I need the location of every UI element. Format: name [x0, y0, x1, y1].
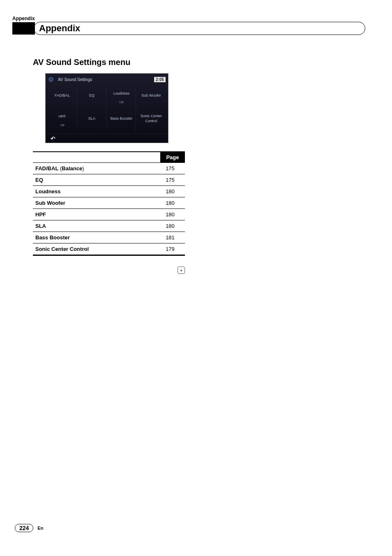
screenshot-title: AV Sound Settings: [58, 77, 154, 82]
cell-label: Loudness: [113, 91, 129, 96]
table-item: Bass Booster: [35, 234, 158, 241]
item-bold: Bass Booster: [35, 234, 70, 241]
cell-label: FAD/BAL: [55, 93, 70, 98]
table-header-page: Page: [160, 152, 185, 162]
page-number: 224: [15, 524, 33, 532]
page-title: Appendix: [39, 23, 80, 33]
screenshot-cell: EQ: [78, 87, 106, 109]
table-page: 180: [158, 200, 182, 206]
table-header-empty: [33, 152, 160, 162]
table-page: 175: [158, 177, 182, 183]
cell-label: EQ: [89, 93, 95, 98]
item-bold: Loudness: [35, 188, 60, 195]
item-bold: SLA: [35, 223, 46, 229]
gear-icon: [48, 76, 55, 83]
table-page: 175: [158, 165, 182, 171]
item-bold: Sub Woofer: [35, 200, 65, 206]
item-bold: HPF: [35, 211, 46, 218]
table-item: Sonic Center Control: [35, 246, 158, 252]
screenshot-cell: SLA: [78, 110, 106, 132]
table-header-row: Page: [33, 151, 185, 163]
settings-screenshot: AV Sound Settings 2:05 FAD/BAL EQ Loudne…: [45, 73, 168, 143]
section-heading-suffix: menu: [108, 58, 130, 67]
table-row: FAD/BAL (Balance) 175: [33, 163, 185, 174]
table-item: FAD/BAL (Balance): [35, 165, 158, 171]
chapter-tab: [12, 22, 35, 35]
language-code: En: [37, 526, 43, 531]
table-row: SLA 180: [33, 220, 185, 232]
screenshot-cell: FAD/BAL: [48, 87, 77, 109]
table-page: 180: [158, 211, 182, 218]
table-row: Sub Woofer 180: [33, 197, 185, 209]
cell-label: HPF: [59, 114, 66, 119]
item-bold: Sonic Center Control: [35, 246, 89, 252]
item-bold: FAD/BAL: [35, 165, 58, 171]
cell-label: SLA: [88, 116, 95, 121]
screenshot-cell: Loudness Off: [107, 87, 136, 109]
title-container: Appendix: [34, 22, 365, 35]
section-heading-prefix: AV Sound Settings: [33, 58, 108, 67]
table-page: 180: [158, 223, 182, 229]
table-row: Sonic Center Control 179: [33, 243, 185, 255]
table-page: 179: [158, 246, 182, 252]
table-page: 181: [158, 234, 182, 241]
item-bold: EQ: [35, 177, 43, 183]
cell-label: Sub Woofer: [141, 93, 161, 98]
screenshot-cell: HPF Off: [48, 110, 77, 132]
item-paren: ): [82, 165, 84, 171]
table-row: Loudness 180: [33, 186, 185, 197]
table-item: SLA: [35, 223, 158, 229]
table-item: Sub Woofer: [35, 200, 158, 206]
screenshot-grid: FAD/BAL EQ Loudness Off Sub Woofer HPF O…: [46, 85, 168, 134]
cell-sub: Off: [119, 100, 124, 104]
section-heading: AV Sound Settings menu: [33, 58, 130, 67]
table-item: Loudness: [35, 188, 158, 195]
header-bar: Appendix: [12, 22, 365, 35]
table-row: EQ 175: [33, 174, 185, 186]
cell-sub: Off: [60, 123, 65, 127]
table-bottom-border: [33, 255, 185, 256]
reference-table: Page FAD/BAL (Balance) 175 EQ 175 Loudne…: [33, 151, 185, 256]
cell-label: Sonic Center Control: [137, 114, 166, 123]
screenshot-footer: ↶: [46, 134, 168, 143]
table-page: 180: [158, 188, 182, 195]
screenshot-time: 2:05: [154, 77, 166, 82]
item-balance: Balance: [62, 165, 82, 171]
back-icon: ↶: [51, 135, 55, 142]
table-item: EQ: [35, 177, 158, 183]
table-item: HPF: [35, 211, 158, 218]
page-footer: 224 En: [15, 524, 43, 532]
section-end-icon: [178, 266, 185, 274]
screenshot-cell: Sonic Center Control: [137, 110, 166, 132]
table-row: Bass Booster 181: [33, 232, 185, 243]
screenshot-cell: Bass Booster: [107, 110, 136, 132]
cell-label: Bass Booster: [111, 116, 133, 121]
breadcrumb-label: Appendix: [12, 16, 35, 21]
screenshot-header: AV Sound Settings 2:05: [46, 74, 168, 85]
screenshot-cell: Sub Woofer: [137, 87, 166, 109]
table-row: HPF 180: [33, 209, 185, 220]
